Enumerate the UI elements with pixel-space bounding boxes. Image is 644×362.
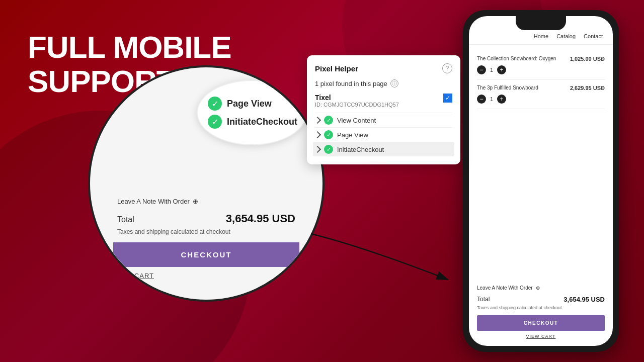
phone-screen: Home Catalog Contact The Collection Snow… [469, 16, 613, 346]
phone-leave-note: Leave A Note With Order ⊕ [477, 285, 605, 291]
tixel-id: ID: CGMJGTCC97UCDDG1HQ57 [315, 102, 399, 108]
circle-checkout-button[interactable]: CHECKOUT [113, 242, 299, 267]
check-icon-viewcontent: ✓ [324, 116, 333, 125]
qty-num-2: 1 [490, 96, 493, 102]
phone-cart-bottom: Leave A Note With Order ⊕ Total 3,654.95… [469, 280, 613, 346]
phone-product-2-name: The 3p Fulfilled Snowboard [477, 85, 538, 90]
circle-cart: Leave A Note With Order ⊕ Total 3,654.95… [113, 198, 299, 280]
phone-container: Home Catalog Contact The Collection Snow… [463, 10, 619, 352]
pixel-helper-title: Pixel Helper [315, 64, 358, 73]
circle-total-value: 3,654.95 USD [226, 212, 295, 225]
qty-plus-2[interactable]: + [497, 95, 506, 104]
expand-icon-initiatecheckout [314, 146, 321, 153]
phone-products: The Collection Snowboard: Oxygen − 1 + 1… [469, 45, 613, 280]
phone-product-2: The 3p Fulfilled Snowboard − 1 + 2,629.9… [477, 80, 605, 109]
bubble-label-pageview: Page View [227, 99, 272, 109]
bubble-item-pageview: ✓ Page View [208, 97, 296, 111]
check-icon-pageview: ✓ [208, 97, 222, 111]
circle-total-label: Total [117, 215, 134, 224]
pixel-event-initiatecheckout[interactable]: ✓ InitiateCheckout [313, 142, 454, 156]
qty-plus-1[interactable]: + [497, 65, 506, 74]
phone-leave-note-icon: ⊕ [536, 285, 540, 291]
pixel-event-pageview[interactable]: ✓ Page View [315, 127, 452, 142]
qty-num-1: 1 [490, 67, 493, 73]
pixel-helper-header: Pixel Helper ? [315, 63, 452, 73]
phone-nav-contact[interactable]: Contact [584, 33, 603, 39]
qty-minus-1[interactable]: − [477, 65, 486, 74]
circle-tax-note: Taxes and shipping calculated at checkou… [113, 228, 299, 235]
pixel-helper-info-icon[interactable]: ? [442, 63, 452, 73]
chevron-down-icon: ⊕ [193, 198, 198, 205]
phone-product-1-price: 1,025.00 USD [570, 56, 605, 62]
phone-total-label: Total [477, 296, 490, 303]
phone-nav-catalog[interactable]: Catalog [556, 33, 576, 39]
phone-product-2-price: 2,629.95 USD [570, 85, 605, 91]
phone-product-2-left: The 3p Fulfilled Snowboard − 1 + [477, 85, 538, 104]
phone-nav-home[interactable]: Home [534, 33, 548, 39]
event-label-viewcontent: View Content [337, 117, 376, 124]
pixel-count-info-icon: ⓘ [390, 79, 398, 87]
phone-product-1-name: The Collection Snowboard: Oxygen [477, 56, 556, 61]
circle-total-row: Total 3,654.95 USD [113, 212, 299, 225]
phone-tax-note: Taxes and shipping calculated at checkou… [477, 305, 605, 310]
phone-viewcart-button[interactable]: VIEW CART [477, 334, 605, 339]
tixel-name: Tixel [315, 94, 399, 102]
phone-product-1: The Collection Snowboard: Oxygen − 1 + 1… [477, 51, 605, 80]
headline-line1: FULL MOBILE [28, 30, 231, 64]
phone-product-1-close[interactable]: × [601, 55, 605, 63]
phone-product-1-left: The Collection Snowboard: Oxygen − 1 + [477, 56, 556, 74]
bubble-label-checkout: InitiateCheckout [227, 117, 297, 127]
phone-product-2-close[interactable]: × [601, 84, 605, 92]
phone-total-value: 3,654.95 USD [564, 296, 605, 303]
pixel-count-row: 1 pixel found in this page ⓘ [315, 79, 452, 87]
qty-minus-2[interactable]: − [477, 95, 486, 104]
bubble-item-checkout: ✓ InitiateCheckout [208, 115, 296, 129]
phone-product-1-qty: − 1 + [477, 65, 556, 74]
check-icon-checkout: ✓ [208, 115, 222, 129]
phone-total-row: Total 3,654.95 USD [477, 296, 605, 303]
check-icon-pageview-event: ✓ [324, 130, 333, 139]
expand-icon-viewcontent [314, 117, 321, 124]
pixel-event-viewcontent[interactable]: ✓ View Content [315, 113, 452, 127]
event-label-pageview: Page View [337, 131, 368, 139]
phone-frame: Home Catalog Contact The Collection Snow… [463, 10, 619, 352]
tixel-info: Tixel ID: CGMJGTCC97UCDDG1HQ57 [315, 94, 399, 108]
check-icon-initiatecheckout: ✓ [324, 145, 333, 154]
event-label-initiatecheckout: InitiateCheckout [337, 146, 384, 153]
circle-leave-note: Leave A Note With Order ⊕ [113, 198, 299, 205]
phone-product-2-qty: − 1 + [477, 95, 538, 104]
circle-viewcart-button[interactable]: VIEW CART [113, 272, 154, 280]
phone-notch [516, 16, 566, 30]
zoom-circle: ✓ Page View ✓ InitiateCheckout Leave A N… [88, 65, 325, 302]
pixel-helper-popup: Pixel Helper ? 1 pixel found in this pag… [307, 55, 460, 164]
tixel-row: Tixel ID: CGMJGTCC97UCDDG1HQ57 ✓ [315, 94, 452, 108]
phone-checkout-button[interactable]: CHECKOUT [477, 315, 605, 331]
tixel-checkbox[interactable]: ✓ [443, 94, 452, 103]
expand-icon-pageview [314, 131, 321, 138]
zoom-bubble: ✓ Page View ✓ InitiateCheckout [197, 80, 307, 145]
